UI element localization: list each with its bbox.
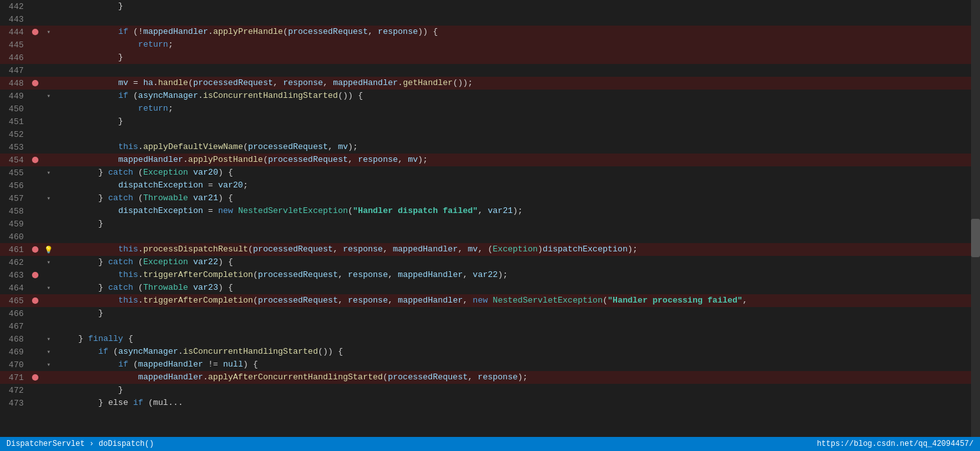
line-number: 454 [0,155,29,165]
gutter-breakpoint[interactable] [29,80,42,86]
gutter-fold[interactable]: ▾ [42,169,56,177]
line-number: 462 [0,258,29,267]
line-number: 463 [0,271,29,280]
code-line: 454 mappedHandler.applyPostHandle(proces… [0,154,980,166]
code-content [56,13,980,26]
breakpoint-dot [32,297,38,304]
gutter-fold[interactable]: ▾ [42,258,56,266]
code-line: 459 } [0,218,980,230]
line-number: 443 [0,15,29,24]
fold-arrow-icon[interactable]: ▾ [47,335,51,343]
line-number: 450 [0,104,29,114]
line-number: 472 [0,386,29,395]
fold-arrow-icon[interactable]: ▾ [47,361,51,368]
code-line: 450 return; [0,102,980,115]
code-line: 458 dispatchException = new NestedServle… [0,205,980,218]
gutter-fold[interactable]: ▾ [42,348,56,356]
fold-arrow-icon[interactable]: ▾ [47,348,51,356]
line-number: 470 [0,360,29,370]
fold-arrow-icon[interactable]: ▾ [47,92,51,100]
line-number: 466 [0,309,29,319]
line-number: 451 [0,117,29,127]
gutter-breakpoint[interactable] [29,297,42,304]
gutter-fold[interactable]: 💡 [42,246,56,254]
line-number: 457 [0,194,29,203]
code-line: 466 } [0,307,980,320]
gutter-breakpoint[interactable] [29,29,42,35]
fold-arrow-icon[interactable]: ▾ [47,284,51,292]
code-content: if (asyncManager.isConcurrentHandlingSta… [56,90,980,102]
gutter-breakpoint[interactable] [29,246,42,253]
gutter-fold[interactable]: ▾ [42,361,56,368]
code-content: mv = ha.handle(processedRequest, respons… [56,77,980,90]
line-number: 469 [0,347,29,357]
gutter-breakpoint[interactable] [29,157,42,163]
code-line: 471 mappedHandler.applyAfterConcurrentHa… [0,371,980,384]
code-content: } catch (Throwable var23) { [56,281,980,294]
code-content: mappedHandler.applyAfterConcurrentHandli… [56,371,980,384]
code-content: dispatchException = new NestedServletExc… [56,205,980,218]
code-line: 456 dispatchException = var20; [0,179,980,192]
code-line: 445 return; [0,38,980,51]
line-number: 464 [0,283,29,293]
code-line: 462▾ } catch (Exception var22) { [0,256,980,269]
code-line: 470▾ if (mappedHandler != null) { [0,358,980,371]
fold-arrow-icon[interactable]: ▾ [47,28,51,36]
warning-icon: 💡 [44,246,53,254]
code-line: 460 [0,230,980,243]
gutter-fold[interactable]: ▾ [42,92,56,100]
code-content: this.processDispatchResult(processedRequ… [56,243,980,256]
breakpoint-dot [32,374,38,381]
fold-arrow-icon[interactable]: ▾ [47,194,51,202]
code-content [56,320,980,333]
line-number: 445 [0,40,29,50]
scrollbar-right[interactable] [971,0,980,437]
line-number: 459 [0,219,29,229]
code-line: 457▾ } catch (Throwable var21) { [0,192,980,205]
code-line: 461💡 this.processDispatchResult(processe… [0,243,980,256]
line-number: 461 [0,245,29,255]
fold-arrow-icon[interactable]: ▾ [47,258,51,266]
gutter-fold[interactable]: ▾ [42,284,56,292]
code-line: 448 mv = ha.handle(processedRequest, res… [0,77,980,90]
gutter-fold[interactable]: ▾ [42,194,56,202]
code-line: 444▾ if (!mappedHandler.applyPreHandle(p… [0,26,980,38]
line-number: 473 [0,399,29,408]
code-content: this.applyDefaultViewName(processedReque… [56,141,980,154]
code-content: } else if (mul... [56,397,980,409]
code-content: } [56,384,980,397]
fold-arrow-icon[interactable]: ▾ [47,169,51,177]
gutter-breakpoint[interactable] [29,374,42,381]
code-content: } [56,218,980,230]
code-content: } [56,51,980,64]
code-line: 455▾ } catch (Exception var20) { [0,166,980,179]
code-content: if (!mappedHandler.applyPreHandle(proces… [56,26,980,38]
code-line: 449▾ if (asyncManager.isConcurrentHandli… [0,90,980,102]
code-line: 453 this.applyDefaultViewName(processedR… [0,141,980,154]
code-content: } catch (Exception var20) { [56,166,980,179]
code-content: } catch (Throwable var21) { [56,192,980,205]
status-left: DispatcherServlet › doDispatch() [6,439,154,448]
line-number: 444 [0,28,29,37]
gutter-fold[interactable]: ▾ [42,28,56,36]
code-line: 469▾ if (asyncManager.isConcurrentHandli… [0,345,980,358]
breakpoint-dot [32,272,38,278]
code-content: if (asyncManager.isConcurrentHandlingSta… [56,345,980,358]
code-area[interactable]: 442 }443 444▾ if (!mappedHandler.applyPr… [0,0,980,437]
gutter-fold[interactable]: ▾ [42,335,56,343]
code-content: } [56,0,980,13]
code-content: mappedHandler.applyPostHandle(processedR… [56,154,980,166]
line-number: 467 [0,322,29,331]
line-number: 458 [0,207,29,216]
line-number: 452 [0,130,29,139]
breakpoint-dot [32,29,38,35]
scrollbar-thumb[interactable] [971,219,980,257]
code-content: } catch (Exception var22) { [56,256,980,269]
code-line: 472 } [0,384,980,397]
gutter-breakpoint[interactable] [29,272,42,278]
code-content: this.triggerAfterCompletion(processedReq… [56,269,980,281]
code-line: 446 } [0,51,980,64]
code-content [56,64,980,77]
breakpoint-dot [32,246,38,253]
line-number: 465 [0,296,29,306]
